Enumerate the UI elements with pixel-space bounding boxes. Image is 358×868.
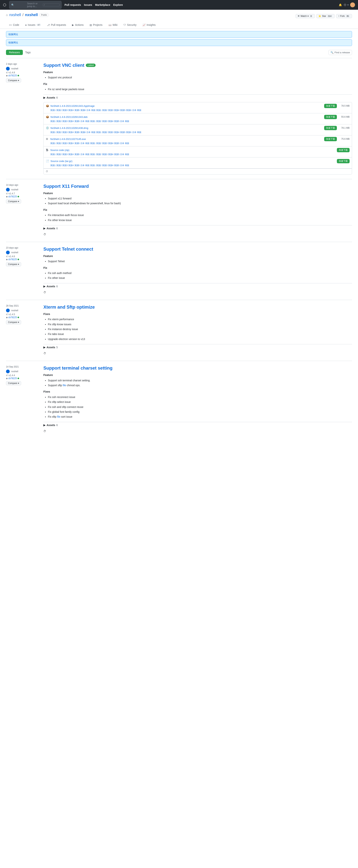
appimage-download-btn[interactable]: 加速下载 <box>324 104 337 108</box>
file-sort-link-charset[interactable]: file <box>57 415 60 418</box>
compare-btn-vnc[interactable]: Compare ▾ <box>6 79 21 83</box>
user-avatar[interactable] <box>350 2 355 7</box>
commit-link-x11[interactable]: cb78225 <box>8 195 17 198</box>
zip-link[interactable]: Source code (zip) <box>50 149 335 152</box>
watch-button[interactable]: 👁 Watch ▾ 8 <box>296 14 315 18</box>
mirror-appimage-6[interactable]: 日本 <box>86 109 91 112</box>
assets-toggle-charset[interactable]: ▶ Assets 6 <box>43 422 352 428</box>
notifications-icon[interactable]: 🔔 <box>339 3 342 6</box>
tab-pr-label: Pull requests <box>51 23 66 26</box>
mirror-appimage-4[interactable]: 英国5 <box>74 109 80 112</box>
exe-link[interactable]: NxShell-1.4.8-20211027I145.exe <box>50 138 323 141</box>
fork-icon: ⑂ <box>338 15 339 18</box>
deb-size: 55.6 MB <box>338 116 350 118</box>
assets-section-vnc: ▶ Assets 6 📦 NxShell-1.4.8-20211026I1343… <box>43 94 352 175</box>
assets-toggle-telnet[interactable]: ▶ Assets 6 <box>43 283 352 289</box>
compare-btn-xterm[interactable]: Compare ▾ <box>6 320 21 324</box>
compare-triangle-charset: ▾ <box>18 382 19 384</box>
tab-code[interactable]: <> Code <box>6 22 22 29</box>
assets-footer-telnet: ⏱ <box>43 289 352 295</box>
releases-button[interactable]: Releases <box>6 50 23 55</box>
mirror-appimage-11[interactable]: 英国4 <box>114 109 119 112</box>
mirror-appimage-9[interactable]: 英国2 <box>102 109 107 112</box>
assets-count-charset: 6 <box>56 424 58 427</box>
issues-count: 47 <box>36 24 41 26</box>
fix-item-xterm-0: Fix xterm performance <box>48 317 352 321</box>
feature-item-x11-0: Support x11 forward <box>48 196 352 200</box>
commit-link-xterm[interactable]: cb78225 <box>8 316 17 319</box>
file-link-charset[interactable]: file <box>63 384 66 387</box>
compare-btn-x11[interactable]: Compare ▾ <box>6 199 21 204</box>
fix-item-charset-4: Fix sftp file sort issue <box>48 415 352 419</box>
release-sidebar-telnet: 23 days ago nxshell 🏷 v1.4.6 ◈ cb78225 C… <box>6 247 43 295</box>
mirror-appimage-12[interactable]: 英国5 <box>120 109 125 112</box>
exe-download-btn[interactable]: 加速下载 <box>324 137 337 141</box>
tab-wiki[interactable]: 📖 Wiki <box>106 22 120 29</box>
mirror-appimage-1[interactable]: 英国2 <box>56 109 62 112</box>
mirror-appimage-7[interactable]: 韩国 <box>91 109 95 112</box>
tab-insights-label: Insights <box>147 23 156 26</box>
appimage-link[interactable]: NxShell-1.4.8-20211026I1343.AppImage <box>51 104 323 107</box>
deb-link[interactable]: NxShell-1.4.8-20211026I1343.deb <box>51 116 323 118</box>
assets-footer-icon: ⏱ <box>46 170 48 173</box>
assets-toggle-vnc[interactable]: ▶ Assets 6 <box>43 94 352 101</box>
tab-actions[interactable]: ▶ Actions <box>69 22 87 29</box>
tar-download-btn[interactable]: 加速下载 <box>337 159 350 163</box>
release-body-telnet: Feature Support Telnet Fix Fix ssh auth … <box>43 254 352 280</box>
release-entry-x11: 14 days ago nxshell 🏷 v1.4.7 ◈ cb78225 C… <box>6 179 352 242</box>
tab-security[interactable]: 🛡 Security <box>120 22 140 29</box>
mirror-appimage-13[interactable]: 英国6 <box>126 109 131 112</box>
mirror-appimage-5[interactable]: 英国6 <box>81 109 86 112</box>
nav-marketplace[interactable]: Marketplace <box>95 3 110 6</box>
assets-toggle-xterm[interactable]: ▶ Assets 5 <box>43 344 352 350</box>
release-title-link-x11[interactable]: Support X11 Forward <box>43 184 89 189</box>
top-nav-right: 🔔 ➕ ▾ <box>339 2 355 7</box>
dmg-link[interactable]: NxShell-1.4.8-20211026I1438.dmg <box>51 127 323 129</box>
release-title-link-charset[interactable]: Support terminal charset setting <box>43 366 112 371</box>
mirror-appimage-10[interactable]: 英国3 <box>108 109 113 112</box>
fork-button[interactable]: ⑂ Fork 35 <box>336 14 352 18</box>
github-logo-icon[interactable]: ⬡ <box>3 3 6 7</box>
star-button[interactable]: ⭐ Star 314 <box>316 14 334 18</box>
compare-triangle-icon: ▾ <box>18 79 19 82</box>
nav-issues[interactable]: Issues <box>84 3 92 6</box>
tar-icon: 📄 <box>46 159 49 162</box>
mirror-appimage-3[interactable]: 英国4 <box>68 109 73 112</box>
commit-link-vnc[interactable]: cb78225 <box>8 74 17 77</box>
compare-btn-charset[interactable]: Compare ▾ <box>6 381 21 385</box>
tab-insights[interactable]: 📈 Insights <box>140 22 159 29</box>
fix-item-xterm-1: Fix sftp know issues <box>48 322 352 327</box>
deb-download-btn[interactable]: 加速下载 <box>324 115 337 119</box>
commit-link-charset[interactable]: cb78225 <box>8 377 17 380</box>
mirror-appimage-0[interactable]: 英国1 <box>50 109 56 112</box>
tab-projects[interactable]: ▤ Projects <box>87 22 106 29</box>
release-title-link-vnc[interactable]: Support VNC client <box>43 63 84 68</box>
dmg-download-btn[interactable]: 加速下载 <box>324 126 337 130</box>
commit-link-telnet[interactable]: cb78225 <box>8 258 17 261</box>
mirror-appimage-14[interactable]: 日本 <box>132 109 136 112</box>
repo-owner-link[interactable]: nxshell <box>9 13 21 17</box>
banner-2: 镜像网址 <box>6 39 352 46</box>
nav-explore[interactable]: Explore <box>113 3 123 6</box>
mirror-appimage-15[interactable]: 韩国 <box>137 109 141 112</box>
repo-name-link[interactable]: nxshell <box>25 13 38 17</box>
compare-btn-telnet[interactable]: Compare ▾ <box>6 262 21 266</box>
mirror-appimage-8[interactable]: 英国1 <box>96 109 101 112</box>
tar-link[interactable]: Source code (tar.gz) <box>51 160 335 162</box>
nav-pull-requests[interactable]: Pull requests <box>64 3 81 6</box>
assets-toggle-x11[interactable]: ▶ Assets 6 <box>43 225 352 231</box>
find-release-search[interactable]: 🔍 Find a release <box>328 50 352 55</box>
zip-download-btn[interactable]: 加速下载 <box>337 148 350 152</box>
appimage-icon: 📦 <box>46 104 49 107</box>
create-menu-icon[interactable]: ➕ ▾ <box>344 3 349 6</box>
release-title-link-telnet[interactable]: Support Telnet connect <box>43 247 93 252</box>
tab-issues[interactable]: ● Issues 47 <box>22 22 44 29</box>
tags-button[interactable]: Tags <box>25 51 31 54</box>
release-body-xterm: Fixes Fix xterm performance Fix sftp kno… <box>43 312 352 341</box>
commit-icon-telnet: ◈ <box>6 258 8 261</box>
repo-actions: 👁 Watch ▾ 8 ⭐ Star 314 ⑂ Fork 35 <box>296 14 352 18</box>
mirror-appimage-2[interactable]: 英国3 <box>62 109 67 112</box>
release-title-link-xterm[interactable]: Xterm and Sftp optimize <box>43 305 95 310</box>
search-box[interactable]: 🔍 Search or jump to... / <box>9 1 62 9</box>
tab-pull-requests[interactable]: ⎇ Pull requests <box>44 22 69 29</box>
